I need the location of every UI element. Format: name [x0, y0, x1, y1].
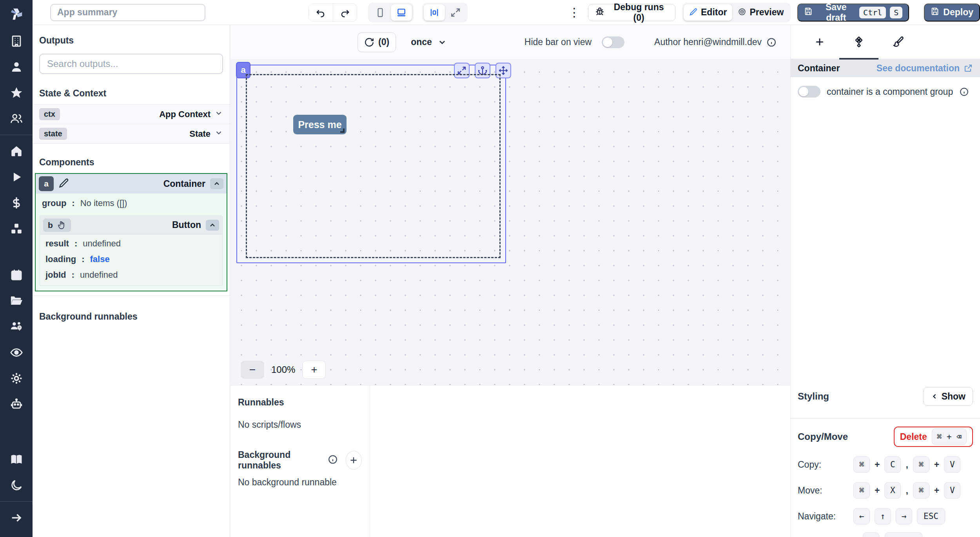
home-icon[interactable]: [3, 138, 30, 164]
chevron-down-icon[interactable]: [214, 128, 223, 139]
audit-eye-icon[interactable]: [3, 340, 30, 365]
save-draft-button[interactable]: Save draft Ctrl S: [797, 4, 909, 22]
copy-move-title: Copy/Move: [798, 431, 848, 442]
delete-component-button[interactable]: Delete ⌘ + ⌫: [894, 427, 973, 447]
hand-pointer-icon: [57, 221, 66, 230]
windmill-logo-icon[interactable]: [9, 0, 24, 28]
clipped-shortcut-row: [863, 532, 973, 537]
favorites-star-icon[interactable]: [3, 80, 30, 106]
groups-users-icon[interactable]: [3, 106, 30, 132]
component-settings-tab[interactable]: [839, 25, 878, 59]
ctx-row[interactable]: ctx App Context: [33, 104, 230, 124]
button-id-badge: b: [43, 219, 71, 232]
hide-bar-toggle[interactable]: [602, 36, 624, 48]
runs-play-icon[interactable]: [3, 164, 30, 190]
info-icon: [959, 87, 969, 97]
debug-runs-button[interactable]: Debug runs (0): [588, 4, 675, 21]
desktop-view-button[interactable]: [391, 4, 412, 21]
variables-dollar-icon[interactable]: [3, 190, 30, 216]
show-styling-button[interactable]: Show: [923, 387, 973, 406]
ai-robot-icon[interactable]: [3, 391, 30, 417]
resources-boxes-icon[interactable]: [3, 216, 30, 242]
settings-gear-icon[interactable]: [3, 365, 30, 391]
shortcut-label: Navigate:: [798, 511, 849, 522]
folders-icon[interactable]: [3, 288, 30, 314]
collapse-chevron-up-icon[interactable]: [210, 178, 223, 189]
output-value: false: [90, 254, 110, 264]
preview-tab[interactable]: Preview: [732, 4, 789, 21]
rail-divider: [0, 135, 33, 135]
full-width-button[interactable]: [445, 4, 466, 21]
container-drop-zone[interactable]: Press me: [246, 74, 501, 258]
group-output-row[interactable]: group : No items ([]): [36, 193, 227, 210]
zoom-in-button[interactable]: +: [302, 361, 326, 379]
user-icon[interactable]: [3, 54, 30, 80]
dark-mode-moon-icon[interactable]: [3, 472, 30, 498]
app-summary-input[interactable]: [50, 4, 205, 21]
component-group-toggle[interactable]: [798, 86, 820, 98]
container-component-card[interactable]: a Container group : No items ([]) b: [35, 173, 227, 291]
redo-button[interactable]: [333, 4, 357, 21]
kbd-ctrl: Ctrl: [859, 7, 886, 18]
deploy-label: Deploy: [943, 7, 973, 18]
kbd-key: ⌘: [913, 456, 929, 473]
deploy-button[interactable]: Deploy: [924, 4, 980, 22]
component-id: b: [48, 221, 53, 230]
colon: :: [74, 239, 77, 249]
selected-container-outline[interactable]: a Press me: [236, 65, 506, 263]
refresh-count: (0): [378, 37, 389, 47]
undo-button[interactable]: [309, 4, 333, 21]
schedules-calendar-icon[interactable]: [3, 262, 30, 288]
windmill-app-editor: ⋮ Debug runs (0) Editor Preview Save dra…: [0, 0, 980, 537]
insert-component-tab[interactable]: [800, 25, 839, 59]
styling-tab[interactable]: [878, 25, 918, 59]
context-rows: ctx App Context state State: [33, 104, 230, 144]
center-content-button[interactable]: [424, 4, 445, 21]
container-header[interactable]: a Container: [36, 174, 227, 193]
component-icon: [853, 36, 865, 48]
group-toggle-row: container is a component group: [791, 77, 980, 106]
kbd-key: ESC: [917, 508, 945, 524]
runnables-title: Runnables: [238, 397, 362, 408]
press-me-button[interactable]: Press me: [293, 115, 347, 134]
background-runnables-title: Background runnables: [238, 450, 322, 471]
docs-book-icon[interactable]: [3, 447, 30, 472]
ctx-label: App Context: [159, 109, 211, 119]
output-key: group: [42, 198, 66, 208]
delete-kbd: ⌘ + ⌫: [932, 429, 967, 445]
state-row[interactable]: state State: [33, 124, 230, 143]
comma-separator: ,: [906, 459, 908, 470]
chevron-down-icon[interactable]: [214, 109, 223, 120]
group-toggle-label: container is a component group: [827, 87, 953, 97]
zoom-out-button[interactable]: −: [241, 361, 264, 379]
move-shortcut-row: Move: ⌘ + X , ⌘ + V: [798, 482, 973, 499]
editor-tab[interactable]: Editor: [684, 4, 732, 21]
plus-separator: +: [934, 485, 939, 496]
component-id-badge: a: [39, 176, 54, 191]
workers-users-gear-icon[interactable]: [3, 314, 30, 340]
more-menu-icon[interactable]: ⋮: [568, 9, 581, 16]
search-outputs-input[interactable]: [39, 54, 223, 74]
button-header[interactable]: b Button: [40, 216, 222, 235]
collapse-chevron-up-icon[interactable]: [206, 220, 219, 231]
deploy-save-icon: [931, 7, 939, 18]
button-component-card[interactable]: b Button result : undefined loa: [40, 215, 223, 286]
colon: :: [72, 270, 74, 280]
expand-rail-arrow-icon[interactable]: [3, 505, 30, 531]
see-documentation-link[interactable]: See documentation: [877, 63, 973, 74]
loading-row[interactable]: loading : false: [40, 250, 222, 266]
editor-preview-toggle: Editor Preview: [682, 3, 791, 22]
resize-corner-handle[interactable]: [340, 128, 345, 133]
refresh-count-button[interactable]: (0): [358, 33, 396, 52]
rename-pencil-icon[interactable]: [58, 177, 69, 190]
topbar: ⋮ Debug runs (0) Editor Preview Save dra…: [33, 0, 980, 25]
canvas-grid[interactable]: a Press me: [230, 59, 790, 385]
kbd-key: →: [896, 508, 912, 524]
jobid-row[interactable]: jobId : undefined: [40, 266, 222, 286]
add-background-runnable-button[interactable]: [346, 451, 362, 470]
workspace-building-icon[interactable]: [3, 28, 30, 54]
app-canvas[interactable]: (0) once Hide bar on view Author henri@w…: [230, 25, 791, 385]
result-row[interactable]: result : undefined: [40, 235, 222, 250]
frequency-dropdown[interactable]: once: [411, 37, 447, 47]
mobile-view-button[interactable]: [370, 4, 391, 21]
